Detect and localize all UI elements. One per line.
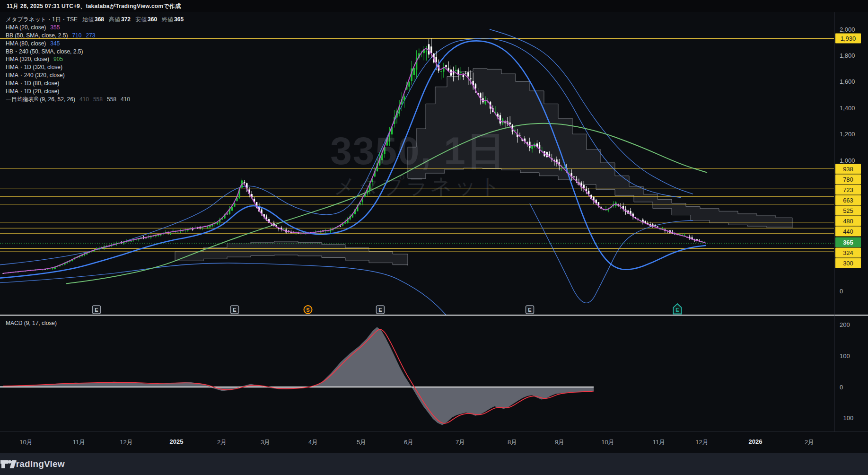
time-tick: 2025 [170,438,184,445]
price-level-badge[interactable]: 723 [835,185,861,195]
price-level-badge[interactable]: 440 [835,227,861,237]
price-level-badge[interactable]: 938 [835,164,861,174]
event-marker-E[interactable]: E [231,306,239,314]
time-tick: 3月 [261,438,270,447]
event-marker-E[interactable]: E [377,306,385,314]
time-tick: 7月 [456,438,465,447]
price-tick: 1,800 [840,52,855,59]
event-marker-S[interactable]: S [304,306,312,314]
price-tick: 0 [840,288,843,295]
legend-indicator-row[interactable]: HMA・240 (320, close) [6,71,184,79]
legend-indicator-row[interactable]: HMA (320, close)905 [6,55,184,63]
indicator-legend: メタプラネット・1日・TSE始値368高値372安値360終値365HMA (2… [6,16,184,104]
price-level-badge[interactable]: 780 [835,175,861,185]
symbol-title: メタプラネット・1日・TSE [6,16,78,23]
legend-symbol-row[interactable]: メタプラネット・1日・TSE始値368高値372安値360終値365 [6,16,184,24]
macd-legend[interactable]: MACD (9, 17, close) [6,320,57,326]
tradingview-logo-icon [0,458,17,470]
time-tick: 12月 [120,438,132,447]
price-tick: 1,000 [840,157,855,164]
svg-text:S: S [306,307,309,313]
price-level-badge[interactable]: 480 [835,216,861,226]
event-marker-E[interactable]: E [93,306,101,314]
svg-text:E: E [378,307,382,313]
time-tick: 12月 [695,438,708,447]
tradingview-logo-link[interactable]: TradingView [7,459,65,469]
current-price-badge[interactable]: 365 [835,238,861,247]
price-tick: 1,400 [840,105,855,112]
price-level-badge[interactable]: 525 [835,206,861,216]
time-tick: 8月 [508,438,517,447]
price-tick: 1,600 [840,78,855,85]
legend-indicator-row[interactable]: HMA・1D (20, close) [6,88,184,96]
time-tick: 2026 [749,438,763,445]
macd-tick: 100 [840,352,850,360]
time-tick: 10月 [19,438,32,447]
price-tick: 1,200 [840,131,855,138]
price-level-badge[interactable]: 300 [835,258,861,268]
tradingview-brand-text: TradingView [11,459,65,469]
time-tick: 4月 [308,438,318,447]
macd-tick: −100 [840,414,853,422]
macd-pane[interactable] [0,316,834,431]
price-level-badge[interactable]: 663 [835,195,861,205]
price-tick: 2,000 [840,26,855,33]
svg-text:E: E [95,307,98,313]
macd-tick: 200 [840,321,850,328]
legend-indicator-row[interactable]: HMA (20, close)355 [6,24,184,32]
attribution-bar: 11月 26, 2025 07:31 UTC+9、takatabaがTradin… [0,0,868,12]
price-level-badge[interactable]: 1,930 [835,34,861,44]
footer-bar: TradingView [0,453,868,475]
time-tick: 5月 [357,438,366,447]
time-tick: 11月 [653,438,666,447]
time-tick: 2月 [805,438,814,447]
time-axis[interactable]: 10月11月12月20252月3月4月5月6月7月8月9月10月11月12月20… [0,431,868,454]
time-tick: 9月 [555,438,564,447]
macd-tick: 0 [840,384,843,391]
legend-indicator-row[interactable]: BB (50, SMA, close, 2.5)710273 [6,32,184,40]
svg-text:E: E [233,307,236,313]
legend-indicator-row[interactable]: HMA・1D (320, close) [6,63,184,71]
legend-indicator-row[interactable]: HMA・1D (80, close) [6,79,184,88]
pane-separator[interactable] [0,315,868,316]
legend-indicator-row[interactable]: 一目均衡表® (9, 26, 52, 26)410558558410 [6,96,184,104]
time-tick: 2月 [217,438,227,447]
price-axis[interactable]: 2,0001,8001,6001,4001,2001,00002001000−1… [834,12,868,431]
tradingview-chart-window: 11月 26, 2025 07:31 UTC+9、takatabaがTradin… [0,0,868,475]
time-tick: 11月 [73,438,86,447]
legend-indicator-row[interactable]: BB・240 (50, SMA, close, 2.5) [6,48,184,56]
svg-text:E: E [675,307,679,313]
event-marker-E[interactable]: E [674,304,682,314]
attribution-text: 11月 26, 2025 07:31 UTC+9、takatabaがTradin… [7,3,181,9]
svg-text:E: E [528,307,531,313]
event-marker-E[interactable]: E [526,306,534,314]
time-tick: 6月 [404,438,413,447]
time-tick: 10月 [601,438,614,447]
price-level-badge[interactable]: 324 [835,248,861,258]
legend-indicator-row[interactable]: HMA (80, close)345 [6,40,184,48]
